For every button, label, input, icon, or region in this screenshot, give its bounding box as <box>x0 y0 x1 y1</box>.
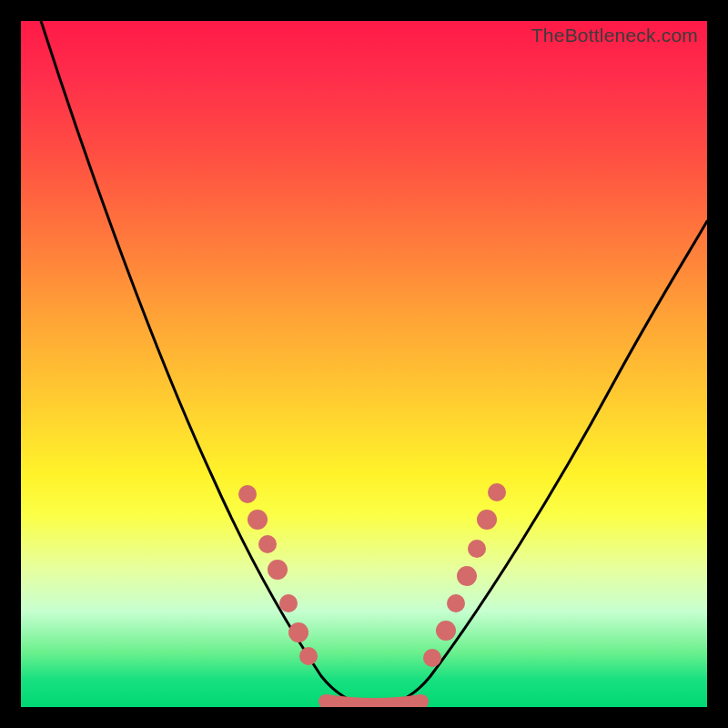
bottleneck-curve-svg <box>21 21 707 707</box>
left-dot <box>238 485 257 503</box>
left-dot <box>279 594 298 612</box>
right-dot <box>477 510 497 530</box>
right-dot <box>423 649 441 667</box>
bottleneck-curve <box>41 21 707 705</box>
left-dot <box>248 510 268 530</box>
chart-frame: TheBottleneck.com <box>0 0 728 728</box>
right-dot <box>457 566 477 586</box>
right-dot <box>468 540 486 558</box>
left-dot <box>299 647 318 665</box>
left-dot <box>288 622 308 642</box>
right-dot <box>488 483 506 501</box>
left-dot <box>258 535 277 553</box>
right-dot <box>447 594 465 612</box>
left-dot <box>268 560 288 580</box>
plot-area: TheBottleneck.com <box>21 21 707 707</box>
right-dot <box>436 621 456 641</box>
bottom-highlight-segment <box>326 702 421 705</box>
